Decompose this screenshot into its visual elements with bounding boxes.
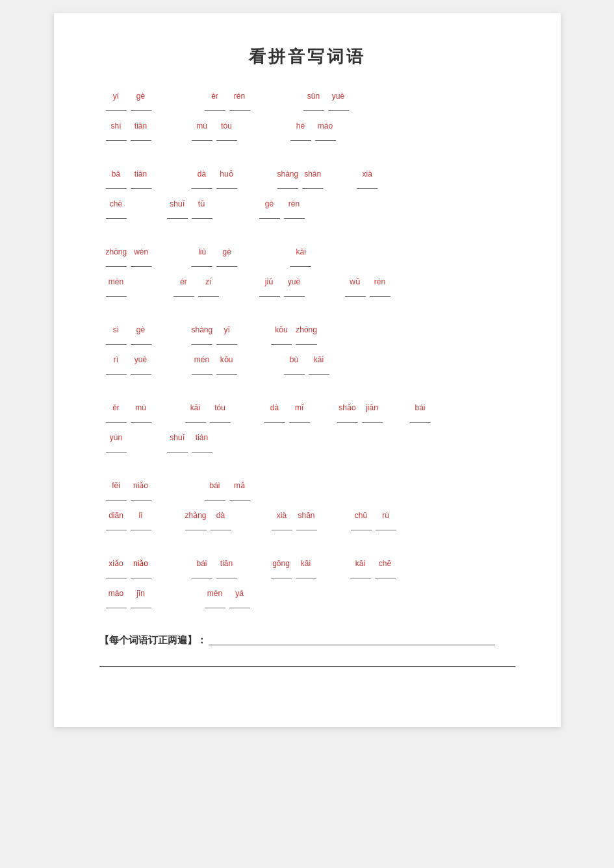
exercise-area: yí gè èr rén sūn yuè shí tiān mù tóu [99,86,515,608]
syl: chē [106,199,127,219]
syl: lì [131,510,151,530]
syl: zhǎng [185,510,207,530]
syl: shuǐ [167,432,188,453]
row-7-1: xiǎo niǎo bái tiān gōng kāi kāi chē [106,554,509,578]
syl: wén [131,247,151,267]
syl: máo [315,121,336,141]
syl: sūn [303,91,324,111]
footer-label: 【每个词语订正两遍】： [99,635,207,645]
section-7: xiǎo niǎo bái tiān gōng kāi kāi chē máo … [106,554,509,608]
syl: mén [192,354,212,375]
row-3-1: zhōng wén liù gè kāi [106,242,509,267]
syl: gè [131,325,151,345]
syl: mǐ [289,403,310,423]
section-1: yí gè èr rén sūn yuè shí tiān mù tóu [106,86,509,141]
syl: yī [216,325,237,345]
syl: xià [272,510,292,530]
syl: huǒ [216,169,237,189]
syl: yá [229,588,250,608]
syl: fēi [106,480,127,501]
page: 看拼音写词语 yí gè èr rén sūn yuè shí tiān [54,13,561,727]
page-title: 看拼音写词语 [99,45,515,68]
row-2-1: bā tiān dà huǒ shàng shān xià [106,164,509,189]
syl: gè [216,247,237,267]
row-4-2: rì yuè mén kǒu bù kāi [106,350,509,375]
syl: dà [192,169,212,189]
syl: yuè [284,277,305,297]
syl: hé [290,121,311,141]
row-7-2: máo jīn mén yá [106,584,509,608]
syl: rù [376,510,396,530]
syl: zhōng [106,247,127,267]
footer-section: 【每个词语订正两遍】： [99,634,515,667]
syl: shān [302,169,323,189]
syl: yuè [328,91,349,111]
syl: xià [357,169,377,189]
section-6: fēi niǎo bái mǎ diān lì zhǎng dà xià shā… [106,476,509,530]
syl: shǎo [337,403,358,423]
syl: shān [296,510,317,530]
syl: jiǔ [259,277,280,297]
syl: rén [284,199,305,219]
syl: mén [106,277,127,297]
syl: zi [198,277,219,297]
syl: tiān [131,169,151,189]
syl: chū [351,510,372,530]
row-1-1: yí gè èr rén sūn yuè [106,86,509,111]
section-2: bā tiān dà huǒ shàng shān xià chē shuǐ t… [106,164,509,219]
syl: diān [106,510,127,530]
syl: kǒu [271,325,292,345]
syl: liù [192,247,212,267]
row-6-1: fēi niǎo bái mǎ [106,476,509,501]
footer-underline [209,645,495,645]
syl: chē [375,558,396,578]
syl: bái [410,403,431,423]
syl: tiān [216,558,237,578]
syl: ér [173,277,194,297]
section-5: ěr mù kāi tóu dà mǐ shǎo jiān bái yún [106,398,509,453]
row-3-2: mén ér zi jiǔ yuè wǔ rén [106,272,509,297]
syl: rén [229,91,250,111]
syl: niǎo [131,480,151,501]
syl: rén [370,277,390,297]
syl: tóu [210,403,231,423]
syl: xiǎo [106,558,127,578]
syl: kǒu [216,354,237,375]
syl: yún [106,432,127,453]
syl: shàng [192,325,213,345]
syl: bā [106,169,127,189]
syl: niǎo [131,558,151,578]
syl: jīn [131,588,151,608]
syl: máo [106,588,127,608]
row-2-2: chē shuǐ tǔ gè rén [106,194,509,219]
syl: bái [205,480,225,501]
syl: yí [106,91,127,111]
syl: mǎ [229,480,250,501]
footer-bottom-line [99,666,515,667]
row-6-2: diān lì zhǎng dà xià shān chū rù [106,506,509,530]
syl: tóu [216,121,237,141]
syl: tiān [131,121,151,141]
syl: rì [106,354,127,375]
syl: tǔ [192,199,212,219]
row-1-2: shí tiān mù tóu hé máo [106,116,509,141]
syl: gōng [271,558,292,578]
syl: kāi [290,247,311,267]
syl: wǔ [345,277,366,297]
syl: shàng [277,169,299,189]
syl: kāi [350,558,371,578]
syl: ěr [106,403,127,423]
syl: zhōng [296,325,317,345]
row-5-1: ěr mù kāi tóu dà mǐ shǎo jiān bái [106,398,509,423]
row-5-2: yún shuǐ tián [106,428,509,453]
syl: yuè [131,354,151,375]
syl: dà [264,403,285,423]
syl: kāi [185,403,206,423]
syl: mù [131,403,151,423]
syl: sì [106,325,127,345]
syl: shí [106,121,127,141]
section-4: sì gè shàng yī kǒu zhōng rì yuè mén kǒu [106,320,509,375]
syl: shuǐ [167,199,188,219]
syl: kāi [309,354,329,375]
syl: jiān [362,403,383,423]
